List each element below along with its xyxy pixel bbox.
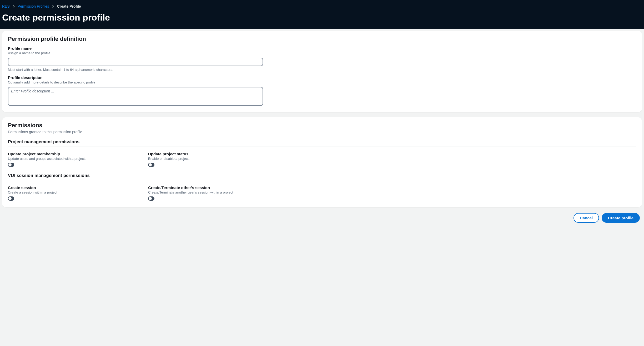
perm-desc: Create a session within a project — [8, 190, 138, 194]
profile-description-hint: Optionally add more details to describe … — [8, 80, 636, 84]
profile-name-input[interactable] — [8, 58, 263, 66]
project-permissions-section: Project management permissions — [8, 139, 636, 146]
perm-terminate-others-session: Create/Terminate other's session Create/… — [148, 185, 278, 201]
profile-name-field: Profile name Assign a name to the profil… — [8, 46, 636, 72]
cancel-button[interactable]: Cancel — [573, 213, 599, 223]
permissions-title: Permissions — [8, 122, 636, 129]
vdi-permissions-section: VDI session management permissions — [8, 173, 636, 180]
perm-title: Create/Terminate other's session — [148, 185, 278, 190]
toggle-update-project-status[interactable] — [148, 163, 154, 167]
perm-update-project-membership: Update project membership Update users a… — [8, 152, 138, 168]
toggle-terminate-others-session[interactable] — [148, 196, 154, 201]
profile-description-field: Profile description Optionally add more … — [8, 75, 636, 107]
perm-update-project-status: Update project status Enable or disable … — [148, 152, 278, 168]
perm-title: Update project membership — [8, 152, 138, 156]
breadcrumb-link-permission-profiles[interactable]: Permission Profiles — [18, 4, 49, 8]
profile-description-input[interactable] — [8, 87, 263, 106]
toggle-create-session[interactable] — [8, 196, 14, 201]
page-header: RES Permission Profiles Create Profile C… — [0, 0, 644, 29]
chevron-right-icon — [12, 4, 16, 8]
perm-desc: Update users and groups associated with … — [8, 157, 138, 161]
perm-title: Create session — [8, 185, 138, 190]
create-profile-button[interactable]: Create profile — [602, 213, 640, 223]
chevron-right-icon — [51, 4, 55, 8]
profile-description-label: Profile description — [8, 75, 636, 80]
definition-card: Permission profile definition Profile na… — [2, 31, 642, 112]
permissions-card: Permissions Permissions granted to this … — [2, 117, 642, 207]
profile-name-constraint: Must start with a letter. Must contain 1… — [8, 68, 636, 72]
perm-create-session: Create session Create a session within a… — [8, 185, 138, 201]
breadcrumb: RES Permission Profiles Create Profile — [2, 4, 642, 8]
definition-title: Permission profile definition — [8, 36, 636, 42]
breadcrumb-link-res[interactable]: RES — [2, 4, 10, 8]
breadcrumb-current: Create Profile — [57, 4, 81, 8]
page-title: Create permission profile — [2, 12, 642, 23]
profile-name-label: Profile name — [8, 46, 636, 51]
perm-desc: Create/Terminate another user's session … — [148, 190, 278, 194]
form-actions: Cancel Create profile — [2, 212, 642, 228]
permissions-subtitle: Permissions granted to this permission p… — [8, 130, 636, 134]
perm-desc: Enable or disable a project. — [148, 157, 278, 161]
toggle-update-project-membership[interactable] — [8, 163, 14, 167]
perm-title: Update project status — [148, 152, 278, 156]
profile-name-hint: Assign a name to the profile — [8, 51, 636, 55]
